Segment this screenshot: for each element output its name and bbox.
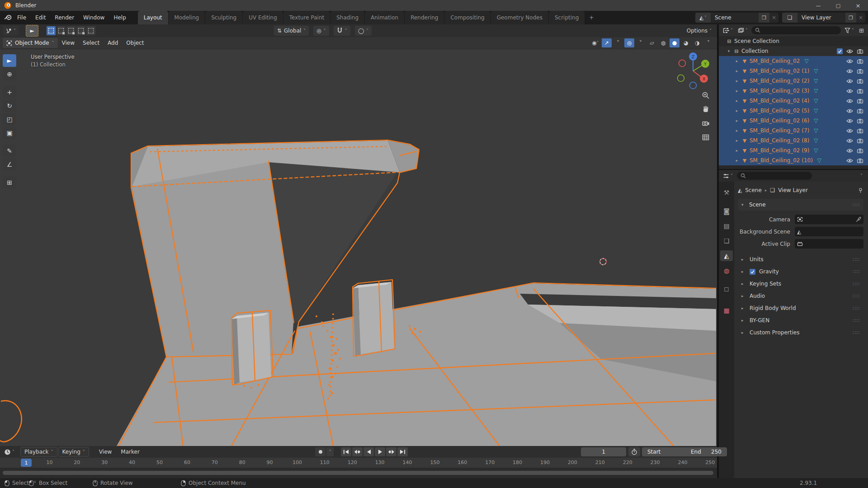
tab-shading[interactable]: Shading [330,11,364,24]
eye-icon[interactable] [846,108,853,113]
camera-view-icon[interactable] [702,119,710,127]
camera-icon[interactable] [857,108,863,113]
pivot-point-dropdown[interactable]: ◎ ˅ [313,26,329,36]
expand-right-icon[interactable]: ▸ [733,108,741,113]
camera-icon[interactable] [857,128,863,133]
object-name[interactable]: SM_Bld_Ceiling_02 (9) [750,147,809,154]
show-gizmo-toggle[interactable]: ↗ [602,38,612,47]
menu-help[interactable]: Help [109,14,130,21]
keying-set-dropdown[interactable]: ˅ [326,447,334,456]
current-frame-field[interactable]: 1 [581,447,626,456]
object-visibility-dropdown[interactable]: ◉ ˅ [590,38,600,47]
expand-right-icon[interactable]: ▸ [733,69,741,73]
cursor-tool-button[interactable]: ⊕ [3,68,16,80]
auto-keying-record-button[interactable] [315,447,326,456]
navigation-gizmo[interactable]: Z Y X [678,52,710,89]
outliner-object-row[interactable]: ▸ ▼ SM_Bld_Ceiling_02 (8) ▽ [719,136,868,145]
drag-dots-icon[interactable]: ∷∷ [853,330,860,336]
background-scene-field[interactable]: ◭ [795,227,863,236]
new-collection-button[interactable]: ⊞ [858,26,865,35]
object-name[interactable]: SM_Bld_Ceiling_02 (3) [750,88,809,94]
overlays-dropdown[interactable]: ˅ [636,38,646,47]
pan-hand-icon[interactable] [702,105,710,113]
editor-type-selector[interactable]: ˅ [3,26,19,36]
viewport-menu-select[interactable]: Select [79,40,104,46]
expand-right-icon[interactable]: ▸ [733,148,741,153]
timeline-editor-type-selector[interactable]: ˅ [3,447,16,456]
outliner-object-row[interactable]: ▸ ▼ SM_Bld_Ceiling_02 (10) ▽ [719,155,868,165]
eye-icon[interactable] [846,138,853,143]
eye-icon[interactable] [846,69,853,74]
scene-new-button[interactable]: ❐ [759,13,769,23]
rotate-tool-button[interactable]: ↻ [3,99,16,112]
drag-dots-icon[interactable]: ∷∷ [853,202,860,208]
gravity-checkbox[interactable] [750,269,755,275]
expand-right-icon[interactable]: ▸ [733,59,741,63]
move-tool-button[interactable]: + [3,86,16,99]
tab-sculpting[interactable]: Sculpting [205,11,242,24]
object-name[interactable]: SM_Bld_Ceiling_02 (7) [750,127,809,134]
jump-to-start-button[interactable] [341,447,351,456]
timeline-ruler[interactable]: 1020304050607080901001101201301401501601… [0,458,717,468]
expand-right-icon[interactable]: ▸ [733,118,741,123]
tab-scripting[interactable]: Scripting [549,11,585,24]
scene-unlink-button[interactable]: × [769,13,778,23]
camera-icon[interactable] [857,89,863,94]
section-units[interactable]: ▸ Units ∷∷ [738,253,863,265]
eye-icon[interactable] [846,49,853,54]
tab-texture-properties[interactable]: ▦ [720,305,733,316]
expand-right-icon[interactable]: ▸ [733,79,741,83]
section-keying-sets[interactable]: ▸ Keying Sets ∷∷ [738,278,863,290]
shading-rendered-button[interactable]: ◑ [692,38,702,47]
shading-dropdown[interactable]: ˅ [703,38,713,47]
eye-icon[interactable] [846,89,853,94]
expand-right-icon[interactable]: ▸ [733,158,741,163]
pin-icon[interactable] [858,188,863,193]
camera-field[interactable] [795,215,863,224]
camera-icon[interactable] [857,148,863,153]
viewport-menu-add[interactable]: Add [104,40,122,46]
tab-animation[interactable]: Animation [365,11,404,24]
expand-right-icon[interactable]: ▸ [733,138,741,143]
outliner-display-mode-selector[interactable]: ˅ [736,26,749,35]
outliner-object-row[interactable]: ▸ ▼ SM_Bld_Ceiling_02 (9) ▽ [719,145,868,155]
add-cube-tool-button[interactable]: ⊞ [3,176,16,189]
object-name[interactable]: SM_Bld_Ceiling_02 (4) [750,98,809,104]
tab-uv-editing[interactable]: UV Editing [243,11,283,24]
options-dropdown[interactable]: Options ˅ [685,28,713,34]
drag-dots-icon[interactable]: ∷∷ [853,281,860,287]
object-name[interactable]: SM_Bld_Ceiling_02 (1) [750,68,809,74]
object-name[interactable]: SM_Bld_Ceiling_02 [750,58,800,64]
camera-icon[interactable] [857,69,863,74]
camera-icon[interactable] [857,49,863,54]
properties-editor-type-selector[interactable]: ˅ [722,171,734,180]
camera-icon[interactable] [857,99,863,103]
transform-orientation-dropdown[interactable]: ⇅ Global ˅ [274,26,309,36]
shading-solid-button[interactable]: ● [670,38,679,47]
section-audio[interactable]: ▸ Audio ∷∷ [738,290,863,302]
eye-icon[interactable] [846,79,853,84]
measure-tool-button[interactable]: ∠ [3,158,16,171]
gizmo-z-label[interactable]: Z [692,55,694,59]
outliner-filter-dropdown[interactable]: ˅ [843,26,855,35]
drag-dots-icon[interactable]: ∷∷ [853,293,860,299]
tab-texture-paint[interactable]: Texture Paint [283,11,330,24]
proportional-editing-dropdown[interactable]: ◯ ˅ [355,26,372,36]
drag-dots-icon[interactable]: ∷∷ [853,257,860,263]
previous-keyframe-button[interactable] [352,447,363,456]
menu-edit[interactable]: Edit [31,14,50,21]
camera-icon[interactable] [857,59,863,64]
gizmo-y-label[interactable]: Y [703,62,707,66]
scene-browse-button[interactable]: ◭ ˅ [695,13,711,23]
breadcrumb-scene[interactable]: Scene [745,187,762,193]
breadcrumb-view-layer[interactable]: View Layer [778,187,808,193]
outliner-object-row[interactable]: ▸ ▼ SM_Bld_Ceiling_02 (4) ▽ [719,96,868,106]
minimize-button[interactable]: — [808,0,828,11]
collection-checkbox[interactable] [837,48,843,54]
object-name[interactable]: SM_Bld_Ceiling_02 (5) [750,108,809,114]
interaction-mode-dropdown[interactable]: Object Mode ˅ [3,38,58,48]
eye-icon[interactable] [846,128,853,133]
eyedropper-icon[interactable] [856,217,861,222]
properties-options-dropdown[interactable]: ˅ [860,174,865,178]
collection-row[interactable]: ▾ ⊟ Collection [719,46,868,56]
